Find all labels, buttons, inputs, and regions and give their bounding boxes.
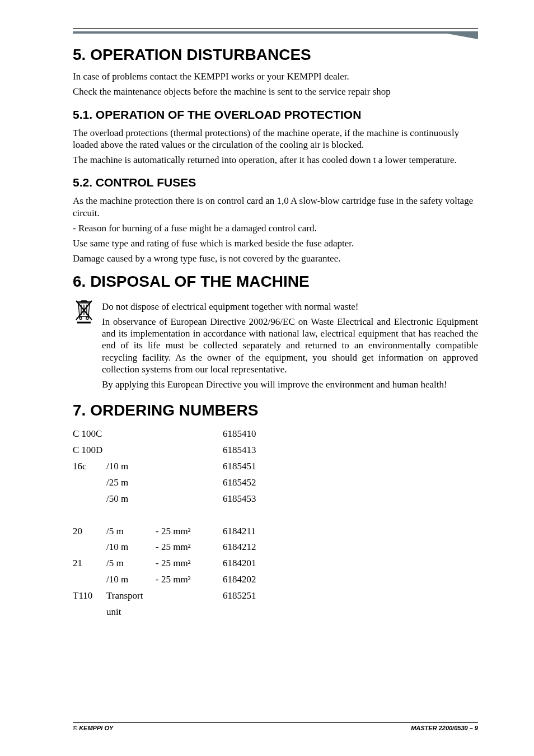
cell-c4: 6184211 bbox=[223, 524, 273, 540]
cell-c4: 6185410 bbox=[223, 426, 273, 442]
heading-5: 5. OPERATION DISTURBANCES bbox=[73, 46, 478, 64]
cell-c1 bbox=[73, 539, 106, 556]
page-footer: © KEMPPI OY MASTER 2200/0530 – 9 bbox=[73, 722, 478, 731]
cell-c4: 6185413 bbox=[223, 442, 273, 459]
cell-c2: /10 m bbox=[106, 459, 156, 475]
para-6-1: Do not dispose of electrical equipment t… bbox=[102, 301, 478, 312]
cell-c2: /5 m bbox=[106, 524, 156, 540]
weee-bin-icon bbox=[73, 297, 102, 324]
svg-point-1 bbox=[86, 316, 88, 319]
cell-c1 bbox=[73, 507, 106, 524]
cell-c1: T110 bbox=[73, 588, 106, 620]
para-5-1-1: The overload protections (thermal protec… bbox=[73, 127, 478, 151]
para-5-1: In case of problems contact the KEMPPI w… bbox=[73, 71, 478, 82]
cell-c1 bbox=[73, 491, 106, 507]
cell-c2: /10 m bbox=[106, 572, 156, 588]
heading-6: 6. DISPOSAL OF THE MACHINE bbox=[73, 273, 478, 291]
cell-c3: - 25 mm² bbox=[156, 556, 223, 572]
cell-c2 bbox=[106, 426, 156, 442]
table-row: C 100C6185410 bbox=[73, 426, 273, 442]
cell-c1: 21 bbox=[73, 556, 106, 572]
table-row: 21/5 m- 25 mm²6184201 bbox=[73, 556, 273, 572]
cell-c2: /10 m bbox=[106, 539, 156, 556]
table-row: 20/5 m- 25 mm²6184211 bbox=[73, 524, 273, 540]
cell-c3 bbox=[156, 426, 223, 442]
cell-c4: 6185452 bbox=[223, 475, 273, 491]
para-5-2: Check the maintenance objects before the… bbox=[73, 86, 478, 97]
cell-c1: 16c bbox=[73, 459, 106, 475]
cell-c2: Transport unit bbox=[106, 588, 156, 620]
cell-c2: /25 m bbox=[106, 475, 156, 491]
cell-c2: /5 m bbox=[106, 556, 156, 572]
cell-c4: 6185251 bbox=[223, 588, 273, 620]
heading-5-2: 5.2. CONTROL FUSES bbox=[73, 176, 478, 189]
cell-c2: /50 m bbox=[106, 491, 156, 507]
para-5-2-3: Use same type and rating of fuse which i… bbox=[73, 237, 478, 249]
cell-c4: 6184212 bbox=[223, 539, 273, 556]
footer-left: © KEMPPI OY bbox=[73, 725, 113, 731]
cell-c3 bbox=[156, 491, 223, 507]
cell-c1: C 100D bbox=[73, 442, 106, 459]
cell-c3 bbox=[156, 475, 223, 491]
cell-c4 bbox=[223, 507, 273, 524]
cell-c3 bbox=[156, 459, 223, 475]
cell-c3: - 25 mm² bbox=[156, 524, 223, 540]
cell-c1: C 100C bbox=[73, 426, 106, 442]
svg-point-0 bbox=[79, 316, 82, 319]
cell-c4: 6185453 bbox=[223, 491, 273, 507]
cell-c3 bbox=[156, 588, 223, 620]
cell-c1: 20 bbox=[73, 524, 106, 540]
table-row: /25 m6185452 bbox=[73, 475, 273, 491]
table-row bbox=[73, 507, 273, 524]
cell-c3 bbox=[156, 442, 223, 459]
heading-7: 7. ORDERING NUMBERS bbox=[73, 402, 478, 419]
ordering-numbers-table: C 100C6185410C 100D618541316c/10 m618545… bbox=[73, 426, 273, 620]
table-row: /50 m6185453 bbox=[73, 491, 273, 507]
cell-c3 bbox=[156, 507, 223, 524]
table-row: 16c/10 m6185451 bbox=[73, 459, 273, 475]
table-row: /10 m- 25 mm²6184212 bbox=[73, 539, 273, 556]
para-5-2-4: Damage caused by a wrong type fuse, is n… bbox=[73, 253, 478, 264]
cell-c2 bbox=[106, 442, 156, 459]
heading-5-1: 5.1. OPERATION OF THE OVERLOAD PROTECTIO… bbox=[73, 108, 478, 122]
cell-c4: 6184202 bbox=[223, 572, 273, 588]
cell-c1 bbox=[73, 572, 106, 588]
cell-c2 bbox=[106, 507, 156, 524]
table-row: /10 m- 25 mm²6184202 bbox=[73, 572, 273, 588]
para-5-2-1: As the machine protection there is on co… bbox=[73, 195, 478, 219]
cell-c4: 6184201 bbox=[223, 556, 273, 572]
page-top-rule bbox=[73, 28, 478, 35]
para-5-2-2: - Reason for burning of a fuse might be … bbox=[73, 222, 478, 234]
para-6-2: In observance of European Directive 2002… bbox=[102, 316, 478, 375]
cell-c4: 6185451 bbox=[223, 459, 273, 475]
footer-right: MASTER 2200/0530 – 9 bbox=[411, 725, 478, 731]
para-5-1-2: The machine is automatically returned in… bbox=[73, 154, 478, 166]
table-row: C 100D6185413 bbox=[73, 442, 273, 459]
cell-c3: - 25 mm² bbox=[156, 539, 223, 556]
cell-c1 bbox=[73, 475, 106, 491]
para-6-3: By applying this European Directive you … bbox=[102, 379, 478, 390]
table-row: T110Transport unit6185251 bbox=[73, 588, 273, 620]
cell-c3: - 25 mm² bbox=[156, 572, 223, 588]
